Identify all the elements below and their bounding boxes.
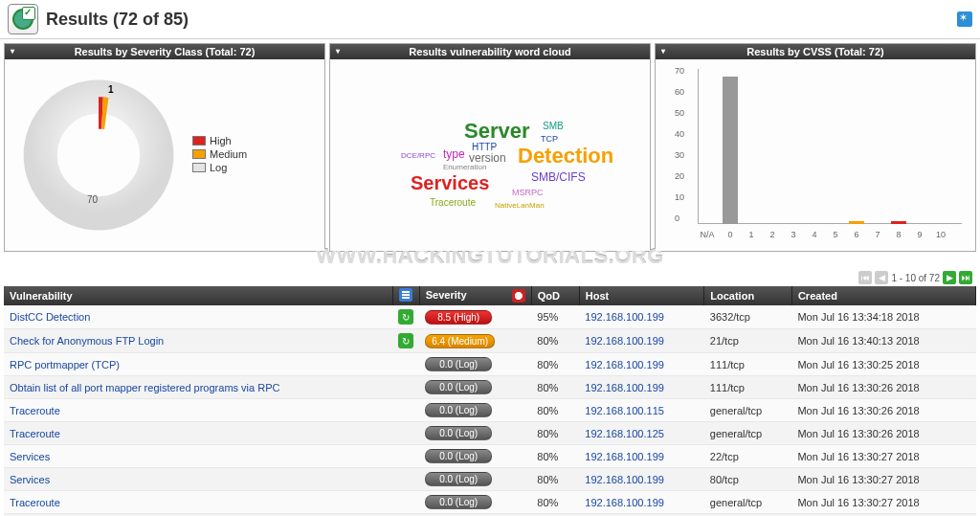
app-logo [8,4,38,34]
created-cell: Mon Jul 16 13:30:27 2018 [791,445,975,468]
vulnerability-link[interactable]: Traceroute [10,428,60,439]
cloud-word: TCP [541,134,558,144]
wordcloud: Server HTTP SMB TCP type version DCE/RPC… [330,59,650,251]
location-cell: 111/tcp [704,353,792,376]
legend-swatch-high [192,136,206,146]
pager-first-button[interactable]: ⏮ [858,271,872,284]
cloud-word: Enumeration [443,163,486,171]
location-cell: 80/tcp [704,468,792,491]
vulnerability-link[interactable]: Services [10,474,50,485]
host-link[interactable]: 192.168.100.115 [585,405,664,416]
severity-badge: 0.0 (Log) [425,472,492,486]
created-cell: Mon Jul 16 13:34:18 2018 [791,305,975,329]
table-row: Traceroute0.0 (Log)80%192.168.100.125gen… [4,422,976,445]
panel-wordcloud: ▾ Results vulnerability word cloud Serve… [329,43,651,252]
pager-next-button[interactable]: ▶ [943,271,956,284]
host-link[interactable]: 192.168.100.199 [585,451,664,462]
th-vulnerability[interactable]: Vulnerability [4,286,392,305]
cloud-word: type [443,147,465,161]
wizard-icon[interactable] [957,11,972,27]
severity-badge: 0.0 (Log) [425,426,492,440]
legend-medium-label: Medium [210,148,247,160]
created-cell: Mon Jul 16 13:30:27 2018 [791,491,975,514]
cloud-word: SMB/CIFS [531,170,586,184]
host-link[interactable]: 192.168.100.199 [585,359,664,370]
severity-badge: 6.4 (Medium) [425,334,495,348]
panel-severity-title: Results by Severity Class (Total: 72) [75,46,256,57]
panel-wordcloud-header[interactable]: ▾ Results vulnerability word cloud [330,44,650,59]
legend-log-label: Log [210,162,227,173]
table-row: Traceroute0.0 (Log)80%192.168.100.115gen… [4,399,976,422]
th-qod[interactable]: QoD [531,286,579,305]
host-link[interactable]: 192.168.100.125 [585,428,664,439]
location-cell: 111/tcp [704,376,792,399]
vulnerability-link[interactable]: Obtain list of all port mapper registere… [10,382,279,393]
th-created[interactable]: Created [791,286,975,305]
qod-cell: 80% [531,399,579,422]
created-cell: Mon Jul 16 13:30:25 2018 [791,353,975,376]
created-cell: Mon Jul 16 13:30:26 2018 [791,399,975,422]
panel-severity-header[interactable]: ▾ Results by Severity Class (Total: 72) [5,44,324,59]
vulnerability-link[interactable]: Traceroute [10,405,60,416]
host-link[interactable]: 192.168.100.199 [585,311,664,323]
qod-cell: 95% [531,305,579,329]
qod-cell: 80% [531,376,579,399]
table-row: Services0.0 (Log)80%192.168.100.19922/tc… [4,445,976,468]
cvss-bar-6 [849,221,864,224]
th-severity[interactable]: Severity [419,286,531,305]
legend-high-label: High [210,135,232,146]
panel-cvss: ▾ Results by CVSS (Total: 72) 70 60 50 4… [655,43,976,252]
table-row: Traceroute0.0 (Log)80%192.168.100.199gen… [4,491,976,514]
panel-wordcloud-title: Results vulnerability word cloud [409,46,570,57]
created-cell: Mon Jul 16 13:40:13 2018 [791,329,975,353]
th-location[interactable]: Location [704,286,792,305]
host-link[interactable]: 192.168.100.199 [585,382,664,393]
cloud-word: Server [464,119,530,144]
severity-badge: 0.0 (Log) [425,403,492,417]
vulnerability-link[interactable]: Check for Anonymous FTP Login [10,335,164,347]
vulnerability-link[interactable]: RPC portmapper (TCP) [10,359,120,370]
host-link[interactable]: 192.168.100.199 [585,474,664,485]
table-row: Check for Anonymous FTP Login↻6.4 (Mediu… [4,329,976,353]
pager-last-button[interactable]: ⏭ [959,271,972,284]
severity-badge: 0.0 (Log) [425,495,492,509]
severity-badge: 0.0 (Log) [425,357,492,371]
solution-icon[interactable]: ↻ [398,333,413,348]
vulnerability-link[interactable]: DistCC Detection [10,311,90,323]
severity-donut-chart: 70 1 [22,79,175,232]
cloud-word: SMB [543,121,564,131]
pager-prev-button[interactable]: ◀ [875,271,888,284]
host-link[interactable]: 192.168.100.199 [585,497,664,508]
table-row: Obtain list of all port mapper registere… [4,376,976,399]
vulnerability-link[interactable]: Services [10,451,50,462]
table-row: RPC portmapper (TCP)0.0 (Log)80%192.168.… [4,353,976,376]
created-cell: Mon Jul 16 13:30:27 2018 [791,468,975,491]
cvss-bar-chart: 70 60 50 40 30 20 10 0 N/A 0 1 2 3 4 [656,59,975,251]
panel-cvss-header[interactable]: ▾ Results by CVSS (Total: 72) [656,44,975,59]
th-severity-label: Severity [426,289,467,301]
page-title: Results (72 of 85) [46,10,957,30]
donut-label-top: 1 [108,84,114,95]
qod-cell: 80% [531,329,579,353]
th-solution-icon[interactable] [392,286,419,305]
severity-badge: 0.0 (Log) [425,380,492,394]
qod-cell: 80% [531,468,579,491]
cloud-word: DCE/RPC [401,151,435,160]
qod-cell: 80% [531,422,579,445]
chevron-down-icon[interactable]: ▾ [336,47,340,56]
cloud-word: MSRPC [512,188,544,197]
cloud-word: NativeLanMan [495,201,545,210]
host-link[interactable]: 192.168.100.199 [585,335,664,347]
chevron-down-icon[interactable]: ▾ [11,47,14,56]
donut-label-log: 70 [87,194,98,205]
chevron-down-icon[interactable]: ▾ [661,47,665,56]
cvss-bar-0 [723,77,738,224]
pager-label: 1 - 10 of 72 [891,273,940,283]
vulnerability-link[interactable]: Traceroute [10,497,60,508]
pager: ⏮ ◀ 1 - 10 of 72 ▶ ⏭ [0,269,980,286]
stop-sign-icon [512,289,525,303]
table-row: DistCC Detection↻8.5 (High)95%192.168.10… [4,305,976,329]
cloud-word: Traceroute [430,197,476,208]
solution-icon[interactable]: ↻ [398,309,413,325]
th-host[interactable]: Host [579,286,703,305]
